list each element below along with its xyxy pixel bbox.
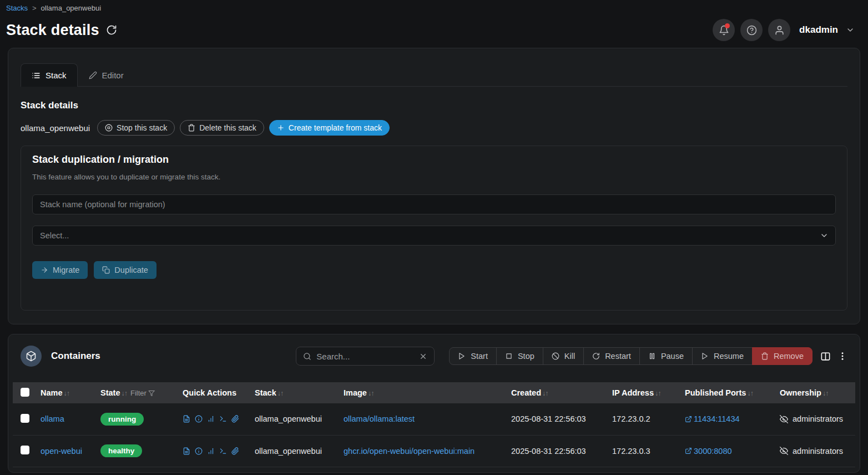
ownership-cell: administrators: [780, 447, 852, 456]
tab-editor-label: Editor: [102, 71, 124, 80]
notification-dot: [725, 23, 730, 28]
stop-button[interactable]: Stop: [496, 347, 543, 365]
created-cell: 2025-08-31 22:56:03: [508, 435, 609, 467]
search-box: [296, 347, 435, 366]
container-actions: Start Stop Kill Restart Pause Resume: [449, 347, 813, 365]
create-template-button[interactable]: Create template from stack: [269, 120, 390, 136]
inspect-icon[interactable]: [195, 415, 203, 423]
kill-button[interactable]: Kill: [543, 347, 584, 365]
sort-icon: ↓↑: [121, 389, 127, 397]
breadcrumb-stacks-link[interactable]: Stacks: [6, 4, 28, 12]
square-icon: [505, 352, 513, 360]
avatar[interactable]: [768, 19, 790, 41]
containers-title: Containers: [51, 351, 100, 362]
external-link-icon: [685, 416, 692, 423]
logs-icon[interactable]: [183, 415, 190, 423]
column-header-state[interactable]: State↓↑Filter: [97, 382, 179, 403]
image-link[interactable]: ollama/ollama:latest: [344, 414, 415, 423]
help-icon: [746, 25, 757, 36]
stack-name-input[interactable]: [32, 194, 836, 214]
breadcrumb: Stacks > ollama_openwebui: [6, 4, 855, 12]
refresh-icon[interactable]: [106, 24, 117, 36]
state-filter-label[interactable]: Filter: [130, 389, 147, 397]
state-badge: healthy: [100, 444, 142, 457]
sort-icon: ↓↑: [64, 389, 70, 397]
stats-icon[interactable]: [207, 415, 215, 423]
tab-bar: Stack Editor: [21, 63, 847, 87]
sort-icon: ↓↑: [655, 389, 661, 397]
filter-funnel-icon[interactable]: [148, 390, 155, 397]
column-header-ip[interactable]: IP Address↓↑: [609, 382, 682, 403]
external-link-icon: [685, 447, 692, 454]
notifications-button[interactable]: [713, 19, 735, 41]
migrate-button[interactable]: Migrate: [32, 261, 88, 279]
stack-name: ollama_openwebui: [21, 123, 90, 133]
tab-stack[interactable]: Stack: [21, 63, 78, 87]
inspect-icon[interactable]: [195, 447, 203, 455]
user-area: dkadmin: [713, 19, 855, 41]
resume-button[interactable]: Resume: [692, 347, 753, 365]
logs-icon[interactable]: [183, 447, 190, 455]
console-icon[interactable]: [219, 415, 227, 423]
environment-select[interactable]: Select...: [32, 226, 836, 246]
stop-circle-icon: [105, 124, 113, 132]
restart-button[interactable]: Restart: [583, 347, 640, 365]
row-checkbox[interactable]: [21, 414, 29, 423]
user-icon: [774, 25, 785, 36]
containers-table: Name↓↑ State↓↑Filter Quick Actions Stack…: [13, 382, 855, 467]
columns-icon[interactable]: [820, 351, 831, 362]
containers-panel: Containers Start Stop Kill: [8, 334, 860, 473]
clear-search-icon[interactable]: [419, 352, 427, 361]
eye-off-icon: [780, 447, 788, 455]
published-port-link[interactable]: 3000:8080: [685, 447, 773, 456]
chevron-down-icon[interactable]: [846, 26, 855, 34]
column-header-ownership[interactable]: Ownership↓↑: [776, 382, 855, 403]
start-button[interactable]: Start: [449, 347, 497, 365]
column-header-stack[interactable]: Stack↓↑: [251, 382, 340, 403]
stop-stack-button[interactable]: Stop this stack: [97, 120, 175, 136]
username-label: dkadmin: [799, 24, 838, 36]
pause-button[interactable]: Pause: [639, 347, 693, 365]
state-badge: running: [100, 413, 144, 426]
column-header-ports[interactable]: Published Ports↓↑: [682, 382, 776, 403]
duplicate-button[interactable]: Duplicate: [94, 261, 156, 279]
stack-cell: ollama_openwebui: [251, 403, 340, 435]
help-button[interactable]: [740, 19, 763, 41]
pencil-icon: [89, 71, 97, 79]
ownership-cell: administrators: [780, 414, 852, 423]
sort-icon: ↓↑: [542, 389, 548, 397]
plus-icon: [277, 124, 285, 132]
sort-icon: ↓↑: [747, 389, 753, 397]
attach-icon[interactable]: [231, 447, 239, 455]
published-port-link[interactable]: 11434:11434: [685, 414, 773, 423]
duplication-description: This feature allows you to duplicate or …: [32, 173, 836, 181]
sort-icon: ↓↑: [368, 389, 374, 397]
table-row: open-webui healthy ollama_openwebui ghcr…: [13, 435, 855, 467]
column-header-image[interactable]: Image↓↑: [340, 382, 508, 403]
stack-details-heading: Stack details: [21, 100, 847, 111]
attach-icon[interactable]: [231, 415, 239, 423]
stats-icon[interactable]: [207, 447, 215, 455]
column-header-created[interactable]: Created↓↑: [508, 382, 609, 403]
container-name-link[interactable]: ollama: [41, 414, 64, 423]
container-name-link[interactable]: open-webui: [41, 447, 82, 456]
row-checkbox[interactable]: [21, 446, 29, 454]
table-header-row: Name↓↑ State↓↑Filter Quick Actions Stack…: [13, 382, 855, 403]
column-header-name[interactable]: Name↓↑: [37, 382, 97, 403]
console-icon[interactable]: [219, 447, 227, 455]
play-icon: [458, 352, 466, 360]
trash-icon: [761, 352, 769, 360]
arrow-right-icon: [41, 266, 48, 274]
created-cell: 2025-08-31 22:56:03: [508, 403, 609, 435]
tab-editor[interactable]: Editor: [78, 63, 135, 87]
pause-icon: [648, 352, 656, 360]
kebab-menu-icon[interactable]: [837, 351, 847, 361]
search-icon: [303, 352, 311, 361]
breadcrumb-current: ollama_openwebui: [41, 4, 101, 12]
select-all-checkbox[interactable]: [21, 388, 29, 397]
delete-stack-button[interactable]: Delete this stack: [180, 120, 264, 136]
remove-button[interactable]: Remove: [752, 347, 813, 365]
image-link[interactable]: ghcr.io/open-webui/open-webui:main: [344, 447, 475, 456]
list-icon: [32, 71, 41, 80]
search-input[interactable]: [316, 352, 414, 361]
